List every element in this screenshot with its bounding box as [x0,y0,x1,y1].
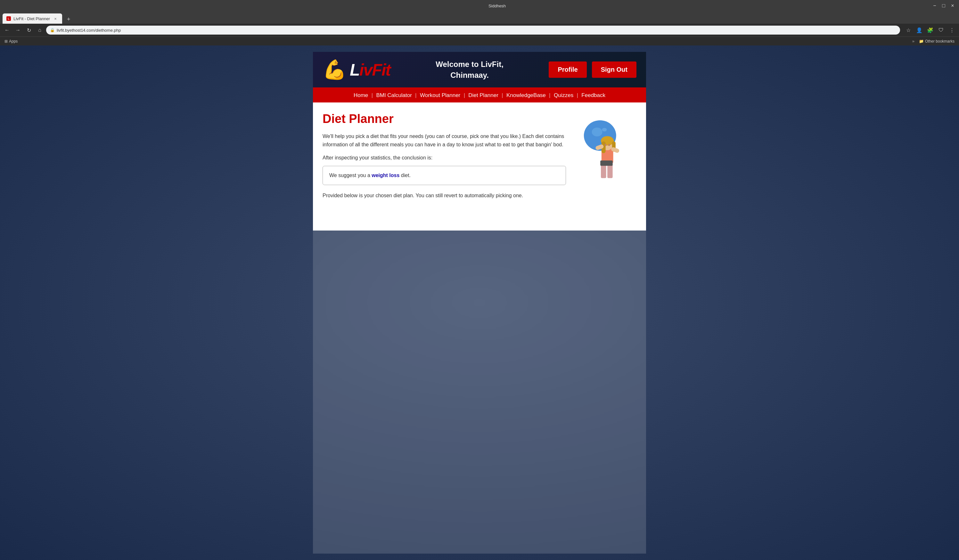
reload-button[interactable]: ↻ [24,25,33,35]
nav-quizzes[interactable]: Quizzes [554,92,573,98]
browser-titlebar: Siddhesh − □ × [0,0,959,11]
page-content: 💪 LivFit Welcome to LivFit, Chinmaay. Pr… [313,52,646,554]
suggestion-text: We suggest you a weight loss diet. [329,173,559,178]
maximize-button[interactable]: □ [940,2,948,10]
logo-area: 💪 LivFit [323,58,390,81]
lock-icon: 🔒 [50,28,55,32]
svg-point-2 [602,128,607,132]
shield-icon[interactable]: 🛡 [937,25,946,35]
logo-text: LivFit [350,60,390,80]
page-title: Diet Planner [323,112,566,126]
nav-sep-1: | [371,92,374,98]
browser-toolbar-right: ☆ 👤 🧩 🛡 ⋮ [904,25,956,35]
bookmark-star-icon[interactable]: ☆ [904,25,913,35]
welcome-line2: Chinmaay. [436,70,503,81]
header-welcome: Welcome to LivFit, Chinmaay. [436,59,503,80]
intro-text: We'll help you pick a diet that fits you… [323,132,566,149]
svg-point-14 [608,144,610,146]
suggestion-highlight: weight loss [371,173,400,178]
site-nav: Home | BMI Calculator | Workout Planner … [313,88,646,102]
svg-point-13 [605,144,607,146]
tab-title: LivFit - Diet Planner [13,16,50,21]
profile-icon[interactable]: 👤 [915,25,924,35]
browser-addressbar: ← → ↻ ⌂ 🔒 livfit.byethost14.com/diethome… [0,24,959,37]
nav-sep-4: | [502,92,505,98]
below-text: Provided below is your chosen diet plan.… [323,191,566,200]
new-tab-button[interactable]: + [64,15,73,24]
header-buttons: Profile Sign Out [549,62,636,78]
profile-button[interactable]: Profile [549,62,586,78]
nav-workout[interactable]: Workout Planner [420,92,460,98]
tab-favicon: L [6,16,11,21]
folder-icon: 📁 [919,39,924,43]
suggestion-suffix: diet. [400,173,411,178]
nav-sep-2: | [415,92,418,98]
nav-bmi[interactable]: BMI Calculator [376,92,412,98]
site-header: 💪 LivFit Welcome to LivFit, Chinmaay. Pr… [313,52,646,88]
main-content: Diet Planner We'll help you pick a diet … [313,102,646,231]
minimize-button[interactable]: − [931,2,938,10]
signout-button[interactable]: Sign Out [592,62,636,78]
active-tab[interactable]: L LivFit - Diet Planner × [3,13,62,24]
logo-l: L [350,60,359,79]
logo-arm-icon: 💪 [323,58,347,81]
nav-feedback[interactable]: Feedback [581,92,605,98]
tab-close-button[interactable]: × [53,16,58,21]
nav-knowledge[interactable]: KnowledgeBase [507,92,546,98]
titlebar-username: Siddhesh [489,3,506,8]
extension-icon[interactable]: 🧩 [926,25,935,35]
bookmarks-chevron[interactable]: » [912,39,914,43]
fitness-image [572,112,636,183]
suggestion-prefix: We suggest you a [329,173,371,178]
apps-bookmark[interactable]: ⊞ Apps [3,38,19,44]
content-right [572,112,636,221]
nav-sep-6: | [577,92,580,98]
bookmarks-bar: ⊞ Apps » 📁 Other bookmarks [0,37,959,46]
svg-point-1 [592,128,602,137]
browser-chrome: Siddhesh − □ × L LivFit - Diet Planner ×… [0,0,959,46]
nav-home[interactable]: Home [354,92,368,98]
stats-conclusion-text: After inspecting your statistics, the co… [323,155,566,161]
logo-ivfit: ivFit [359,60,390,79]
welcome-line1: Welcome to LivFit, [436,59,503,70]
svg-rect-6 [600,161,613,166]
back-button[interactable]: ← [3,25,11,35]
nav-diet[interactable]: Diet Planner [468,92,499,98]
other-bookmarks[interactable]: 📁 Other bookmarks [917,38,956,44]
window-controls: − □ × [931,2,956,10]
welcome-text: Welcome to LivFit, Chinmaay. [436,59,503,80]
nav-sep-3: | [464,92,467,98]
close-button[interactable]: × [949,2,956,10]
apps-label: Apps [9,39,18,43]
other-bookmarks-label: Other bookmarks [925,39,954,43]
suggestion-box: We suggest you a weight loss diet. [323,166,566,185]
menu-icon[interactable]: ⋮ [948,25,956,35]
page-wrapper: 💪 LivFit Welcome to LivFit, Chinmaay. Pr… [0,46,959,560]
forward-button[interactable]: → [13,25,22,35]
browser-tabbar: L LivFit - Diet Planner × + [0,11,959,24]
address-box[interactable]: 🔒 livfit.byethost14.com/diethome.php [46,25,900,35]
nav-sep-5: | [549,92,552,98]
apps-grid-icon: ⊞ [5,39,8,43]
content-left: Diet Planner We'll help you pick a diet … [323,112,566,221]
home-button[interactable]: ⌂ [35,25,44,35]
url-text: livfit.byethost14.com/diethome.php [57,28,121,33]
